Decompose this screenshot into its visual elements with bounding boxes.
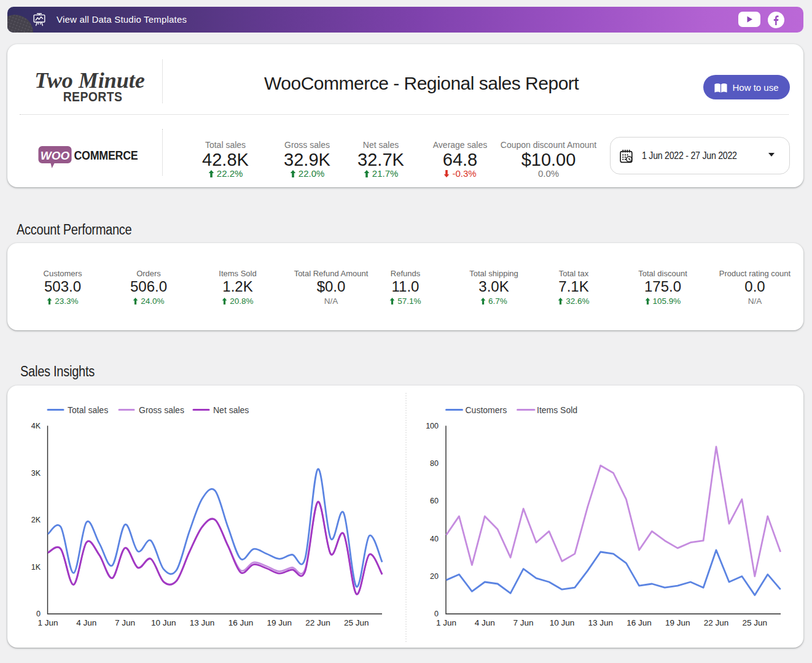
svg-text:13 Jun: 13 Jun xyxy=(588,618,613,627)
svg-text:25 Jun: 25 Jun xyxy=(743,618,768,627)
svg-text:20: 20 xyxy=(430,572,439,581)
svg-text:COMMERCE: COMMERCE xyxy=(74,148,138,163)
svg-text:1 Jun: 1 Jun xyxy=(436,618,456,627)
svg-text:1K: 1K xyxy=(31,563,41,572)
svg-text:4K: 4K xyxy=(31,422,41,430)
svg-text:Total sales: Total sales xyxy=(68,405,108,415)
svg-text:19 Jun: 19 Jun xyxy=(267,618,292,627)
svg-text:0: 0 xyxy=(36,610,41,618)
svg-text:16 Jun: 16 Jun xyxy=(627,618,652,627)
svg-text:40: 40 xyxy=(430,535,439,543)
svg-text:4 Jun: 4 Jun xyxy=(475,618,495,627)
svg-text:Items Sold: Items Sold xyxy=(537,405,577,415)
svg-text:1 Jun: 1 Jun xyxy=(37,618,58,627)
svg-text:60: 60 xyxy=(430,497,439,505)
svg-text:REPORTS: REPORTS xyxy=(63,89,123,104)
svg-text:2K: 2K xyxy=(31,516,41,524)
svg-text:4 Jun: 4 Jun xyxy=(76,618,96,627)
svg-text:16 Jun: 16 Jun xyxy=(228,618,254,627)
svg-text:WOO: WOO xyxy=(41,149,70,162)
svg-text:Net sales: Net sales xyxy=(213,405,249,415)
svg-text:7 Jun: 7 Jun xyxy=(513,618,534,627)
svg-text:0: 0 xyxy=(434,610,439,618)
svg-text:100: 100 xyxy=(426,422,439,430)
svg-text:Customers: Customers xyxy=(466,405,507,415)
svg-text:25 Jun: 25 Jun xyxy=(344,618,369,627)
svg-text:10 Jun: 10 Jun xyxy=(550,618,575,627)
svg-text:19 Jun: 19 Jun xyxy=(665,618,690,627)
svg-text:22 Jun: 22 Jun xyxy=(704,618,729,627)
svg-text:22 Jun: 22 Jun xyxy=(305,618,330,627)
svg-text:Gross sales: Gross sales xyxy=(139,405,184,415)
svg-text:10 Jun: 10 Jun xyxy=(151,618,176,627)
svg-text:80: 80 xyxy=(430,459,439,468)
svg-text:13 Jun: 13 Jun xyxy=(190,618,215,627)
svg-text:3K: 3K xyxy=(31,469,41,478)
svg-text:7 Jun: 7 Jun xyxy=(115,618,135,627)
